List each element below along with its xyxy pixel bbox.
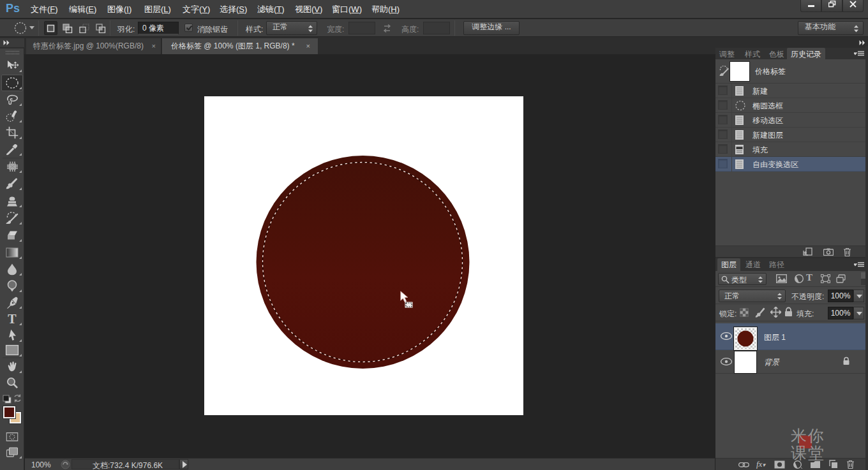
svg-text:T: T xyxy=(8,313,17,325)
